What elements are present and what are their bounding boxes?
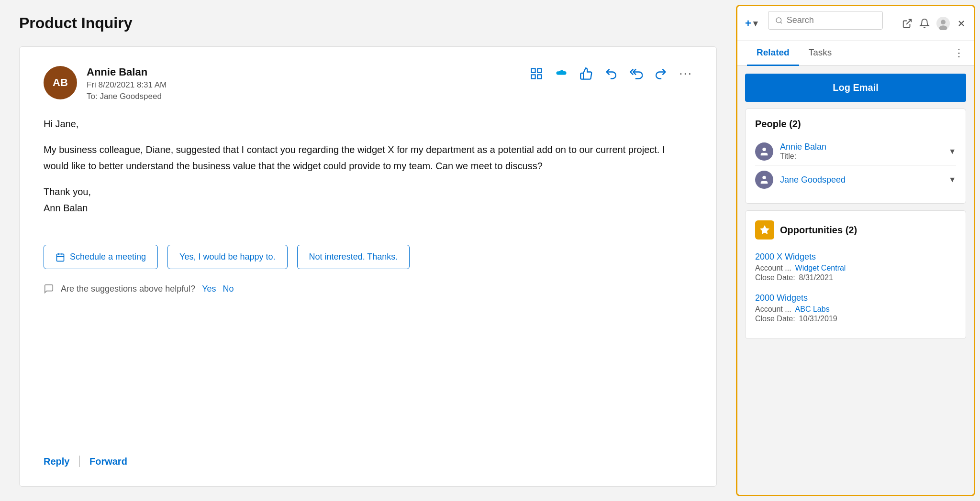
svg-marker-18	[760, 225, 769, 234]
opportunity-item-0: 2000 X Widgets Account ... Widget Centra…	[755, 247, 956, 288]
schedule-meeting-label: Schedule a meeting	[70, 252, 146, 262]
tab-tasks[interactable]: Tasks	[799, 41, 842, 66]
log-email-button[interactable]: Log Email	[745, 74, 966, 102]
sidebar-topbar: + ▾	[737, 6, 974, 41]
person-title-annie: Title:	[780, 152, 945, 161]
email-card: AB Annie Balan Fri 8/20/2021 8:31 AM To:…	[19, 46, 717, 487]
footer-divider	[79, 456, 80, 467]
helpful-prompt: Are the suggestions above helpful?	[61, 284, 195, 294]
sidebar-header-left: + ▾	[745, 11, 883, 35]
svg-line-10	[906, 19, 911, 24]
opp-detail-account-1: Account ... ABC Labs	[755, 305, 956, 314]
close-icon[interactable]	[957, 19, 966, 28]
helpful-row: Are the suggestions above helpful? Yes N…	[44, 283, 692, 294]
schedule-meeting-button[interactable]: Schedule a meeting	[44, 245, 158, 269]
sender-name: Annie Balan	[87, 66, 530, 78]
more-icon[interactable]: ···	[679, 66, 692, 81]
svg-rect-0	[532, 68, 535, 72]
happy-to-button[interactable]: Yes, I would be happy to.	[167, 245, 287, 269]
external-link-icon[interactable]	[902, 18, 913, 29]
yes-button[interactable]: Yes	[202, 284, 216, 294]
reply-all-icon[interactable]	[629, 67, 643, 80]
person-avatar-annie	[755, 142, 773, 161]
svg-point-17	[762, 176, 766, 179]
user-avatar-icon[interactable]	[936, 17, 950, 30]
email-signoff: Thank you,Ann Balan	[44, 184, 692, 216]
opportunities-section-title: Opportunities (2)	[755, 220, 956, 240]
tabs-left: Related Tasks	[747, 41, 841, 65]
sender-to: To: Jane Goodspeed	[87, 92, 530, 101]
email-panel: Product Inquiry AB Annie Balan Fri 8/20/…	[0, 0, 736, 501]
person-row-jane: Jane Goodspeed ▼	[755, 166, 956, 194]
add-button[interactable]: + ▾	[745, 17, 757, 30]
salesforce-icon[interactable]	[555, 67, 568, 80]
person-avatar-jane	[755, 171, 773, 189]
tab-related[interactable]: Related	[747, 41, 799, 66]
sidebar-header-right	[902, 17, 966, 30]
happy-to-label: Yes, I would be happy to.	[179, 252, 275, 262]
people-section: People (2) Annie Balan Title: ▼	[745, 109, 966, 204]
email-footer: Reply Forward	[44, 456, 692, 467]
sidebar: + ▾	[736, 5, 975, 496]
opp-name-0[interactable]: 2000 X Widgets	[755, 252, 956, 262]
svg-rect-4	[57, 254, 64, 261]
opp-detail-account-0: Account ... Widget Central	[755, 264, 956, 272]
opp-detail-close-0: Close Date: 8/31/2021	[755, 273, 956, 282]
svg-rect-1	[538, 68, 542, 72]
email-greeting: Hi Jane,	[44, 116, 692, 132]
reply-button[interactable]: Reply	[44, 456, 69, 467]
email-title: Product Inquiry	[19, 14, 717, 32]
search-bar[interactable]	[768, 11, 883, 30]
svg-point-16	[762, 147, 766, 151]
person-name-annie[interactable]: Annie Balan	[780, 142, 945, 152]
opportunity-item-1: 2000 Widgets Account ... ABC Labs Close …	[755, 288, 956, 329]
search-icon	[775, 16, 783, 25]
app-container: Product Inquiry AB Annie Balan Fri 8/20/…	[0, 0, 980, 501]
opp-detail-close-1: Close Date: 10/31/2019	[755, 315, 956, 323]
not-interested-label: Not interested. Thanks.	[309, 252, 398, 262]
sender-date: Fri 8/20/2021 8:31 AM	[87, 80, 530, 90]
person-details-annie: Annie Balan Title:	[780, 142, 945, 161]
forward-icon[interactable]	[654, 67, 668, 80]
sidebar-content: Log Email People (2) Annie Balan Title: …	[737, 66, 974, 495]
svg-rect-2	[532, 75, 535, 78]
thumbs-up-icon[interactable]	[579, 67, 593, 80]
svg-line-9	[780, 22, 782, 23]
search-input[interactable]	[787, 15, 876, 25]
comment-icon	[44, 283, 54, 294]
person-name-jane[interactable]: Jane Goodspeed	[780, 175, 945, 185]
sender-info: Annie Balan Fri 8/20/2021 8:31 AM To: Ja…	[87, 66, 530, 101]
people-section-title: People (2)	[755, 119, 956, 130]
tab-more-icon[interactable]: ⋮	[954, 47, 964, 59]
opportunities-icon	[755, 220, 774, 240]
email-header: AB Annie Balan Fri 8/20/2021 8:31 AM To:…	[44, 66, 692, 101]
email-actions: ···	[530, 66, 692, 81]
svg-point-8	[776, 18, 781, 23]
opp-name-1[interactable]: 2000 Widgets	[755, 293, 956, 303]
grid-icon[interactable]	[530, 67, 543, 80]
sidebar-tabs: Related Tasks ⋮	[737, 41, 974, 66]
forward-button[interactable]: Forward	[89, 456, 127, 467]
chevron-down-jane[interactable]: ▼	[948, 175, 956, 184]
not-interested-button[interactable]: Not interested. Thanks.	[297, 245, 410, 269]
opportunities-section: Opportunities (2) 2000 X Widgets Account…	[745, 210, 966, 339]
svg-rect-3	[538, 75, 542, 78]
no-button[interactable]: No	[223, 284, 234, 294]
suggestion-buttons: Schedule a meeting Yes, I would be happy…	[44, 245, 692, 269]
reply-icon[interactable]	[604, 67, 618, 80]
email-content: My business colleague, Diane, suggested …	[44, 142, 692, 174]
svg-point-12	[941, 20, 946, 24]
sender-avatar: AB	[44, 66, 77, 99]
person-row-annie: Annie Balan Title: ▼	[755, 137, 956, 166]
bell-icon[interactable]	[919, 18, 930, 29]
person-details-jane: Jane Goodspeed	[780, 175, 945, 185]
chevron-down-annie[interactable]: ▼	[948, 147, 956, 156]
email-body: Hi Jane, My business colleague, Diane, s…	[44, 116, 692, 226]
